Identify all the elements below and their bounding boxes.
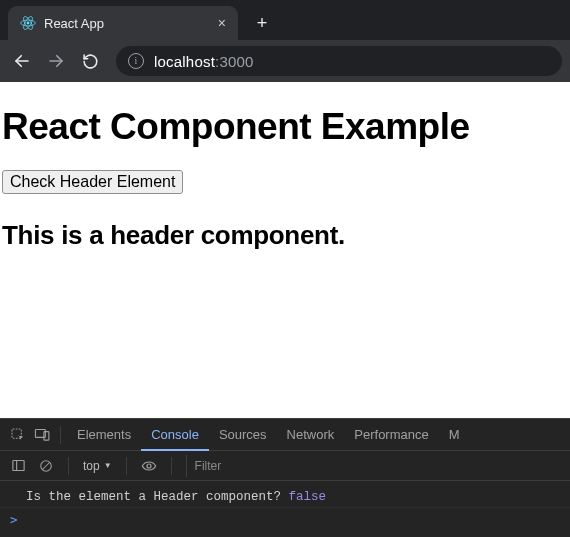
console-boolean-value: false — [289, 490, 327, 504]
tab-console[interactable]: Console — [141, 419, 209, 451]
back-button[interactable] — [8, 47, 36, 75]
console-toolbar: top ▼ — [0, 451, 570, 481]
console-output: Is the element a Header component? false… — [0, 481, 570, 537]
separator — [68, 457, 69, 475]
svg-rect-8 — [43, 432, 48, 441]
close-tab-icon[interactable]: × — [218, 16, 226, 30]
page-viewport: React Component Example Check Header Ele… — [0, 106, 570, 418]
console-prompt[interactable]: > — [0, 508, 570, 531]
new-tab-button[interactable]: + — [248, 9, 276, 37]
browser-toolbar: i localhost:3000 — [0, 40, 570, 82]
tab-elements[interactable]: Elements — [67, 419, 141, 451]
svg-line-12 — [43, 462, 50, 469]
site-info-icon[interactable]: i — [128, 53, 144, 69]
console-filter — [186, 455, 564, 477]
device-toolbar-icon[interactable] — [30, 423, 54, 447]
console-filter-input[interactable] — [186, 455, 564, 477]
url-text: localhost:3000 — [154, 53, 254, 70]
live-expression-icon[interactable] — [137, 454, 161, 478]
header-component-text: This is a header component. — [2, 220, 568, 251]
address-bar[interactable]: i localhost:3000 — [116, 46, 562, 76]
devtools-panel: Elements Console Sources Network Perform… — [0, 418, 570, 537]
tab-title: React App — [44, 16, 210, 31]
tab-strip: React App × + — [0, 0, 570, 40]
react-favicon-icon — [20, 15, 36, 31]
tab-sources[interactable]: Sources — [209, 419, 277, 451]
toggle-sidebar-icon[interactable] — [6, 454, 30, 478]
check-header-button[interactable]: Check Header Element — [2, 170, 183, 194]
tab-more-truncated[interactable]: M — [439, 419, 470, 451]
svg-point-0 — [27, 22, 30, 25]
svg-point-13 — [147, 464, 151, 468]
devtools-tabbar: Elements Console Sources Network Perform… — [0, 419, 570, 451]
browser-tab[interactable]: React App × — [8, 6, 238, 40]
separator — [60, 426, 61, 444]
separator — [171, 457, 172, 475]
tab-network[interactable]: Network — [277, 419, 345, 451]
clear-console-icon[interactable] — [34, 454, 58, 478]
svg-rect-9 — [12, 461, 23, 471]
chevron-down-icon: ▼ — [104, 461, 112, 470]
inspect-element-icon[interactable] — [6, 423, 30, 447]
separator — [126, 457, 127, 475]
forward-button[interactable] — [42, 47, 70, 75]
tab-performance[interactable]: Performance — [344, 419, 438, 451]
console-log-line: Is the element a Header component? false — [0, 487, 570, 508]
reload-button[interactable] — [76, 47, 104, 75]
page-heading: React Component Example — [2, 106, 568, 148]
execution-context-selector[interactable]: top ▼ — [79, 459, 116, 473]
